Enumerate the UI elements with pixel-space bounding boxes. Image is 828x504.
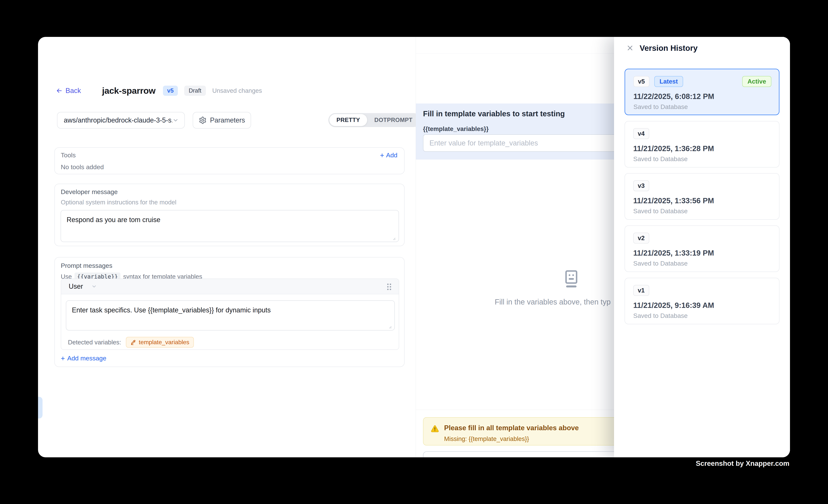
add-message-label: Add message [67,354,106,362]
developer-message-title: Developer message [61,188,118,196]
version-badge: v5 [163,86,178,96]
version-chips: v5 Latest [633,76,683,87]
version-storage: Saved to Database [633,103,688,111]
message-block: User Enter task specifics. Use {{templat… [61,279,399,350]
tab-pretty[interactable]: PRETTY [329,114,367,126]
developer-message-card: Developer message Optional system instru… [54,184,405,246]
watermark-text: Screenshot by Xnapper.com [696,460,789,467]
message-header: User [61,279,399,294]
drag-handle-icon[interactable] [386,283,392,291]
banner-title: Fill in template variables to start test… [423,110,565,118]
tools-empty-text: No tools added [61,163,104,171]
plus-icon: + [61,355,65,362]
developer-message-subtitle: Optional system instructions for the mod… [61,199,176,206]
version-timestamp: 11/21/2025, 1:33:19 PM [633,249,714,257]
version-chips: v2 [633,233,649,244]
tab-dotprompt[interactable]: DOTPROMPT [367,114,420,126]
version-card-v2[interactable]: v2 11/21/2025, 1:33:19 PM Saved to Datab… [625,225,780,272]
template-variable-label: {{template_variables}} [423,125,489,132]
detected-variables-row: Detected variables: template_variables [68,337,194,348]
model-select-value: aws/anthropic/bedrock-claude-3-5-s... [64,116,172,124]
version-storage: Saved to Database [633,207,688,215]
version-timestamp: 11/21/2025, 1:36:28 PM [633,144,714,153]
add-tool-label: Add [386,152,398,159]
chevron-down-icon [91,284,97,289]
role-select[interactable]: User [69,283,97,290]
bot-face-icon [562,268,580,291]
version-tag: v4 [633,128,649,139]
developer-message-input[interactable]: Respond as you are tom cruise [60,210,399,242]
version-history-header: Version History [614,37,790,59]
version-history-title: Version History [639,44,698,53]
version-storage: Saved to Database [633,155,688,163]
add-message-button[interactable]: + Add message [61,354,106,362]
parameters-button[interactable]: Parameters [193,112,251,129]
version-chips: v3 [633,180,649,191]
version-chips: v4 [633,128,649,139]
view-mode-toggle: PRETTY DOTPROMPT [328,113,421,127]
version-card-v1[interactable]: v1 11/21/2025, 9:16:39 AM Saved to Datab… [625,278,780,324]
version-tag: v2 [633,233,649,244]
tools-title: Tools [61,152,76,159]
parameters-label: Parameters [210,116,245,124]
page-title: jack-sparrow [102,85,156,96]
plus-icon: + [380,152,384,159]
screenshot-stage: Back jack-sparrow v5 Draft Unsaved chang… [0,0,828,504]
warning-missing: Missing: {{template_variables}} [444,435,529,443]
version-tag: v1 [633,285,649,296]
version-tag: v3 [633,180,649,191]
version-tag: v5 [633,76,650,87]
detected-variables-label: Detected variables: [68,339,121,346]
app-window: Back jack-sparrow v5 Draft Unsaved chang… [38,37,790,457]
draft-badge: Draft [184,86,206,96]
version-storage: Saved to Database [633,312,688,320]
empty-state-hint: Fill in the variables above, then typ [495,298,616,306]
role-select-value: User [69,283,83,290]
add-tool-button[interactable]: + Add [380,152,398,159]
back-label: Back [66,87,81,95]
model-select[interactable]: aws/anthropic/bedrock-claude-3-5-s... [57,112,185,129]
tools-card: Tools + Add No tools added [54,148,405,174]
version-card-v4[interactable]: v4 11/21/2025, 1:36:28 PM Saved to Datab… [625,121,780,168]
version-timestamp: 11/21/2025, 9:16:39 AM [633,301,714,309]
version-card-v5[interactable]: v5 Latest Active 11/22/2025, 6:08:12 PM … [625,69,780,115]
message-input[interactable]: Enter task specifics. Use {{template_var… [66,300,395,331]
detected-variable-name: template_variables [139,339,189,346]
pencil-icon [130,339,136,345]
version-timestamp: 11/22/2025, 6:08:12 PM [633,92,714,101]
chevron-down-icon [172,117,179,123]
active-badge: Active [742,76,771,87]
gear-icon [199,116,207,124]
breadcrumb: Back jack-sparrow v5 Draft Unsaved chang… [56,85,262,96]
back-arrow-icon [56,87,63,94]
prompt-messages-title: Prompt messages [61,262,112,269]
detected-variable-badge[interactable]: template_variables [126,337,194,348]
back-button[interactable]: Back [56,87,81,95]
warning-triangle-icon [430,424,439,433]
header-badges: v5 Draft Unsaved changes [163,86,262,96]
version-card-v3[interactable]: v3 11/21/2025, 1:33:56 PM Saved to Datab… [625,173,780,220]
edge-drawer-handle[interactable] [38,397,43,419]
latest-badge: Latest [654,76,683,87]
close-icon[interactable] [626,44,634,52]
warning-title: Please fill in all template variables ab… [444,424,579,432]
unsaved-changes-text: Unsaved changes [212,87,262,94]
version-history-panel: Version History v5 Latest Active 11/22/2… [614,37,790,457]
version-chips: v1 [633,285,649,296]
prompt-messages-card: Prompt messages Use {{variable}} syntax … [54,257,405,367]
version-timestamp: 11/21/2025, 1:33:56 PM [633,197,714,205]
version-storage: Saved to Database [633,260,688,267]
